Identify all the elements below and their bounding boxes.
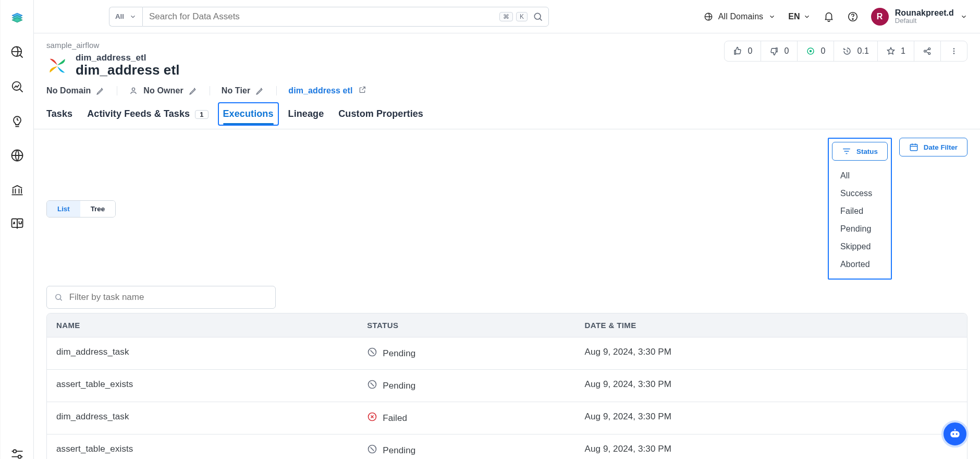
help-icon[interactable] [847,11,859,22]
external-link-icon [358,86,366,94]
cell-status: Pending [367,444,584,457]
airflow-logo-icon [46,55,68,77]
table-row[interactable]: dim_address_task Failed Aug 9, 2024, 3:3… [47,402,967,434]
bell-icon[interactable] [823,11,835,22]
entity-id: dim_address_etl [76,53,179,63]
pencil-icon[interactable] [189,86,198,95]
cell-status: Pending [367,379,584,392]
nav-settings-icon[interactable] [7,444,28,459]
tab-custom[interactable]: Custom Properties [338,105,423,129]
chevron-down-icon [960,13,967,20]
search-scope-label: All [115,13,124,20]
executions-table: NAME STATUS DATE & TIME dim_address_task… [46,313,967,459]
stat-upvotes[interactable]: 0 [725,41,761,61]
search-icon [54,293,63,302]
cell-status: Pending [367,347,584,360]
view-toggle: List Tree [46,200,116,218]
globe-icon [704,12,713,21]
nav-discover-icon[interactable] [7,42,28,63]
view-list[interactable]: List [47,201,80,217]
stat-downvotes[interactable]: 0 [761,41,798,61]
tab-tasks[interactable]: Tasks [46,105,72,129]
svg-point-9 [132,88,135,90]
failed-icon [367,412,377,425]
svg-point-15 [953,48,954,49]
nav-domains-icon[interactable] [7,145,28,166]
task-filter-input[interactable] [68,292,268,303]
tab-activity[interactable]: Activity Feeds & Tasks1 [87,105,208,129]
status-option[interactable]: Aborted [832,256,888,273]
chat-bubble[interactable] [941,420,969,448]
cell-datetime: Aug 9, 2024, 3:30 PM [585,379,958,392]
search-input[interactable] [148,11,494,22]
svg-point-16 [953,51,954,52]
meta-owner[interactable]: No Owner [129,86,198,95]
task-filter[interactable] [46,286,276,309]
meta-domain[interactable]: No Domain [46,86,105,95]
lang-switcher[interactable]: EN [788,12,810,21]
search-scope[interactable]: All [109,7,142,27]
domains-switcher-label: All Domains [718,12,763,21]
status-filter-button[interactable]: Status [832,142,888,161]
status-option[interactable]: Failed [832,202,888,220]
date-filter-button[interactable]: Date Filter [899,138,967,156]
stat-time[interactable]: 0.1 [834,41,878,61]
filter-icon [842,147,851,156]
share-button[interactable] [914,41,941,61]
cell-name: assert_table_exists [56,444,367,457]
chevron-down-icon [768,13,776,20]
pending-icon [367,347,377,360]
pending-icon [367,444,377,457]
meta-tier[interactable]: No Tier [222,86,265,95]
svg-point-19 [56,294,61,299]
chevron-down-icon [803,13,811,20]
nav-insights-icon[interactable] [7,111,28,131]
cell-name: dim_address_task [56,347,367,360]
history-icon [842,46,852,56]
nav-glossary-icon[interactable] [7,214,28,235]
status-option[interactable]: Skipped [832,238,888,256]
tab-executions[interactable]: Executions [223,105,274,129]
cell-datetime: Aug 9, 2024, 3:30 PM [585,347,958,360]
stat-star[interactable]: 1 [878,41,914,61]
brand-logo[interactable] [7,7,28,28]
star-icon [886,46,896,56]
meta-link[interactable]: dim_address etl [288,86,366,96]
svg-rect-25 [950,431,959,438]
tab-lineage[interactable]: Lineage [288,105,324,129]
kebab-menu[interactable] [941,41,967,61]
search-icon[interactable] [533,11,543,22]
avatar: R [871,8,889,26]
pencil-icon[interactable] [255,86,265,95]
pencil-icon[interactable] [96,86,105,95]
table-row[interactable]: assert_table_exists Pending Aug 9, 2024,… [47,434,967,459]
th-name[interactable]: NAME [56,321,367,330]
cell-datetime: Aug 9, 2024, 3:30 PM [585,444,958,457]
cell-status: Failed [367,412,584,425]
user-menu[interactable]: R Rounakpreet.d Default [871,8,967,26]
nav-quality-icon[interactable] [7,76,28,97]
svg-point-11 [810,51,812,52]
stat-tests[interactable]: 0 [798,41,834,61]
domains-switcher[interactable]: All Domains [704,12,776,21]
svg-rect-18 [910,144,917,151]
cell-name: assert_table_exists [56,379,367,392]
th-datetime[interactable]: DATE & TIME [585,321,958,330]
lang-label: EN [788,12,800,21]
svg-point-8 [852,18,853,19]
status-option[interactable]: Success [832,185,888,202]
table-row[interactable]: dim_address_task Pending Aug 9, 2024, 3:… [47,337,967,369]
view-tree[interactable]: Tree [80,201,115,217]
svg-rect-28 [954,429,956,430]
search-wrap: All ⌘K [109,7,549,27]
table-row[interactable]: assert_table_exists Pending Aug 9, 2024,… [47,369,967,402]
cell-datetime: Aug 9, 2024, 3:30 PM [585,412,958,425]
breadcrumb[interactable]: sample_airflow [46,41,716,50]
status-option[interactable]: Pending [832,220,888,238]
search-box[interactable]: ⌘K [142,7,549,27]
th-status[interactable]: STATUS [367,321,584,330]
nav-govern-icon[interactable] [7,179,28,200]
user-icon [129,86,138,95]
status-option[interactable]: All [832,167,888,185]
top-bar: All ⌘K All Domains EN [34,0,980,33]
